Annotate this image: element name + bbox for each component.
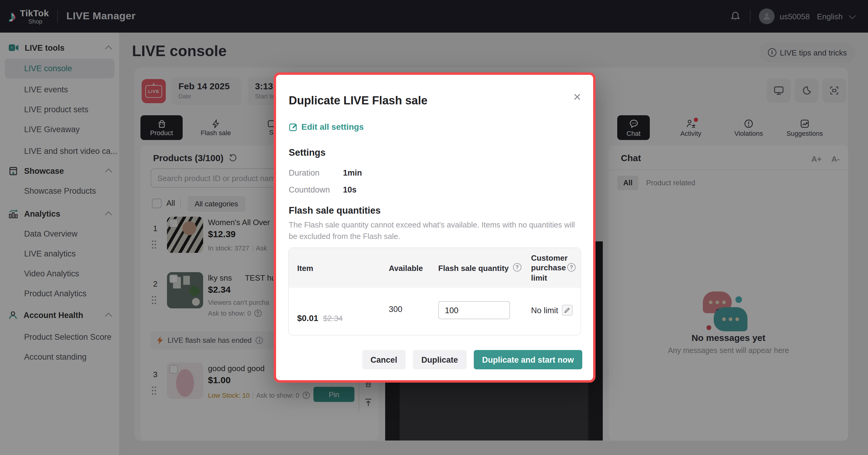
quantities-description: The Flash sale quantity cannot exceed wh… — [289, 220, 579, 242]
modal-buttons: Cancel Duplicate Duplicate and start now — [276, 350, 582, 369]
item-price: $0.01 — [297, 313, 318, 323]
available-value: 300 — [389, 305, 402, 314]
edit-limit-icon[interactable] — [562, 305, 572, 316]
table-header: Item Available Flash sale quantity ? Cus… — [289, 248, 581, 288]
col-flash-sale-quantity: Flash sale quantity — [438, 264, 509, 273]
item-original-price: $2.34 — [323, 314, 343, 323]
countdown-value: 10s — [343, 185, 356, 194]
app-stage: ♪ TikTok Shop LIVE Manager us50058 Engli… — [0, 0, 868, 455]
duration-label: Duration — [289, 168, 343, 177]
question-icon[interactable]: ? — [513, 263, 521, 272]
settings-heading: Settings — [289, 147, 326, 158]
edit-all-settings-label: Edit all settings — [301, 122, 364, 132]
purchase-limit-value: No limit — [531, 306, 558, 315]
col-item: Item — [297, 264, 313, 273]
countdown-label: Countdown — [289, 185, 343, 194]
purchase-limit-cell: No limit — [531, 305, 572, 316]
duration-value: 1min — [343, 168, 362, 177]
duration-row: Duration 1min — [289, 168, 362, 177]
close-icon[interactable]: × — [573, 90, 581, 104]
cancel-button[interactable]: Cancel — [362, 350, 406, 369]
quantities-table: Item Available Flash sale quantity ? Cus… — [288, 248, 581, 336]
col-customer-purchase-limit: Customer purchase limit — [531, 253, 569, 283]
table-row: $0.01 $2.34 300 No limit — [289, 288, 581, 335]
duplicate-button[interactable]: Duplicate — [413, 350, 467, 369]
col-available: Available — [389, 264, 423, 273]
flash-sale-quantity-input[interactable] — [438, 301, 510, 319]
modal-title: Duplicate LIVE Flash sale — [289, 94, 427, 107]
duplicate-and-start-now-button[interactable]: Duplicate and start now — [473, 350, 582, 369]
question-icon[interactable]: ? — [567, 263, 576, 272]
quantities-heading: Flash sale quantities — [289, 205, 381, 216]
duplicate-flash-sale-modal: × Duplicate LIVE Flash sale Edit all set… — [274, 73, 595, 382]
edit-pencil-icon — [289, 122, 298, 131]
countdown-row: Countdown 10s — [289, 185, 356, 194]
edit-all-settings-link[interactable]: Edit all settings — [289, 122, 364, 132]
